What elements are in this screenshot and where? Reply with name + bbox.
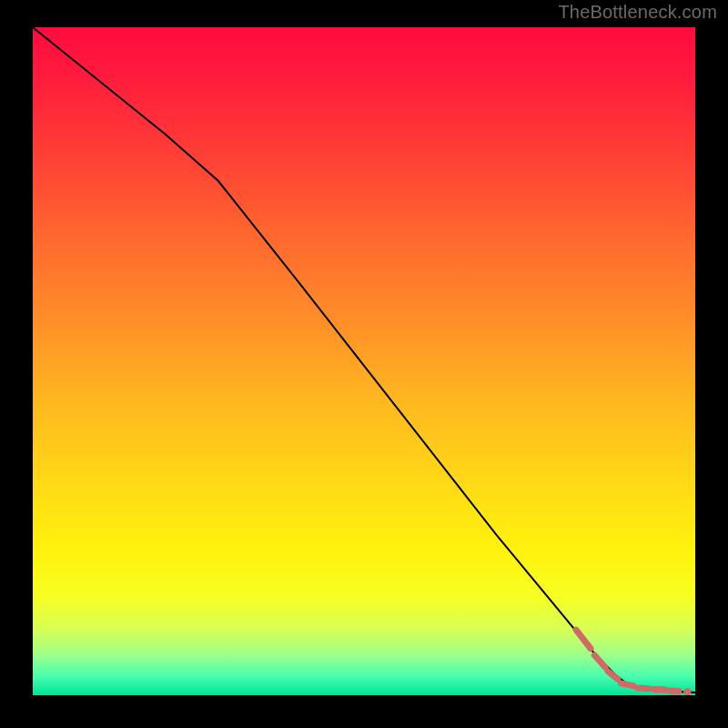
marker-dots	[683, 688, 691, 695]
marker-dash	[594, 655, 605, 667]
marker-dash	[622, 683, 633, 686]
marker-dash	[670, 691, 679, 692]
marker-dash	[638, 688, 649, 689]
attribution-label: TheBottleneck.com	[558, 2, 717, 23]
marker-dashes	[576, 630, 679, 692]
plot-area	[33, 27, 695, 695]
chart-frame: TheBottleneck.com	[0, 0, 728, 728]
bottleneck-curve	[33, 27, 695, 693]
chart-overlay	[33, 27, 695, 695]
marker-dot	[683, 688, 691, 695]
marker-dash	[576, 630, 591, 649]
marker-dash	[654, 689, 665, 690]
marker-dash	[608, 672, 618, 680]
